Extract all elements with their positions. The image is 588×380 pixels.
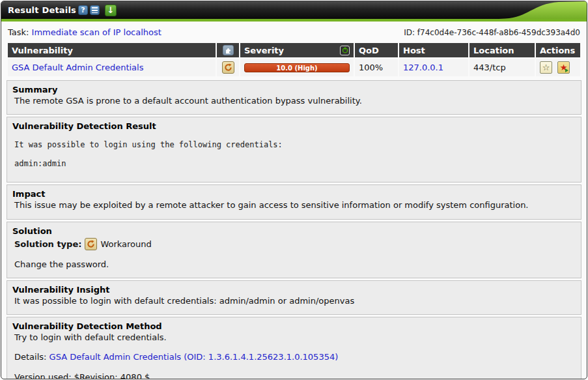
section-heading: Summary (12, 85, 576, 95)
col-host: Host (399, 43, 468, 57)
nvt-details-link[interactable]: GSA Default Admin Credentials (OID: 1.3.… (49, 352, 339, 362)
col-severity: Severity (240, 43, 354, 57)
workaround-icon (222, 61, 234, 74)
vulnerability-link[interactable]: GSA Default Admin Credentials (12, 63, 143, 72)
section-heading: Vulnerability Insight (12, 285, 576, 295)
col-actions: Actions (536, 43, 580, 57)
workaround-icon (85, 238, 97, 250)
section-detection-method: Vulnerability Detection Method Try to lo… (7, 317, 581, 379)
section-impact: Impact This issue may be exploited by a … (7, 184, 581, 219)
export-download-icon[interactable]: ↓ (105, 5, 117, 16)
solution-type-value: Workaround (100, 239, 151, 249)
col-location: Location (469, 43, 535, 57)
section-heading: Solution (12, 226, 576, 236)
add-note-icon[interactable]: ☆ (540, 61, 552, 74)
result-id: ID: f74c0d4e-736c-448f-a8b6-459dc393a4d0 (404, 28, 580, 37)
severity-bar: 10.0 (High) (244, 63, 350, 72)
power-icon[interactable] (340, 46, 350, 55)
result-table: Vulnerability Severity (7, 42, 581, 78)
details-label: Details: (14, 352, 46, 362)
task-link[interactable]: Immediate scan of IP localhost (32, 27, 161, 37)
col-vulnerability: Vulnerability (8, 43, 216, 57)
detection-result-line: It was possible to login using the follo… (12, 140, 576, 150)
summary-text: The remote GSA is prone to a default acc… (12, 96, 576, 106)
section-heading: Impact (12, 189, 576, 199)
title-bar: Result Details ? ↓ (1, 1, 587, 19)
section-summary: Summary The remote GSA is prone to a def… (7, 80, 581, 115)
puzzle-icon (223, 45, 234, 55)
section-heading: Vulnerability Detection Result (12, 121, 576, 131)
page-title: Result Details (8, 5, 76, 15)
qod-value: 100% (355, 59, 398, 76)
impact-text: This issue may be exploited by a remote … (12, 200, 576, 211)
add-override-icon[interactable]: ★ (557, 61, 570, 74)
table-header-row: Vulnerability Severity (8, 43, 580, 57)
green-swoosh-decoration (499, 1, 587, 19)
task-label: Task: (8, 27, 29, 37)
detection-method-text: Try to login with default credentials. (12, 332, 576, 343)
col-qod: QoD (355, 43, 398, 57)
task-row: Task: Immediate scan of IP localhost ID:… (1, 22, 587, 42)
insight-text: It was possible to login with default cr… (12, 296, 576, 306)
section-solution: Solution Solution type: Workaround Chang… (7, 222, 581, 278)
result-details-window: Result Details ? ↓ Task: Immediate scan … (1, 1, 587, 379)
host-link[interactable]: 127.0.0.1 (403, 63, 443, 72)
location-value: 443/tcp (469, 59, 535, 76)
section-detection-result: Vulnerability Detection Result It was po… (7, 117, 581, 183)
version-used: Version used: $Revision: 4080 $ (12, 372, 576, 380)
section-insight: Vulnerability Insight It was possible to… (7, 280, 581, 315)
col-solution-type (217, 43, 239, 57)
section-heading: Vulnerability Detection Method (12, 321, 576, 331)
detail-sections: Summary The remote GSA is prone to a def… (1, 78, 587, 379)
detection-result-credentials: admin:admin (12, 159, 576, 169)
help-icon[interactable]: ? (78, 5, 88, 15)
result-row: GSA Default Admin Credentials 10.0 (High… (8, 59, 580, 76)
solution-text: Change the password. (12, 259, 576, 270)
list-icon[interactable] (90, 5, 100, 15)
solution-type-label: Solution type: (14, 239, 81, 249)
